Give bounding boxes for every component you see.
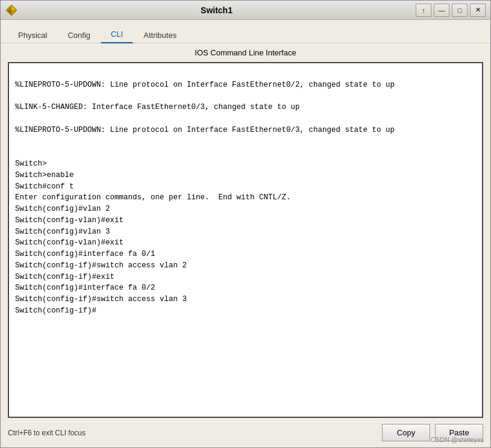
tab-attributes[interactable]: Attributes [133, 26, 187, 43]
tab-config[interactable]: Config [57, 26, 101, 43]
maximize-icon: □ [458, 7, 462, 14]
minimize-icon: — [439, 7, 445, 14]
up-arrow-icon: ↑ [422, 7, 425, 14]
minimize-button[interactable]: — [434, 4, 449, 17]
window-title: Switch1 [201, 5, 233, 15]
tab-physical[interactable]: Physical [8, 26, 57, 43]
title-center: Switch1 [17, 5, 416, 15]
section-title: IOS Command Line Interface [1, 43, 490, 62]
title-bar-controls: ↑ — □ ✕ [416, 4, 486, 17]
cli-hint: Ctrl+F6 to exit CLI focus [8, 429, 86, 437]
close-button[interactable]: ✕ [470, 4, 486, 17]
footer: Ctrl+F6 to exit CLI focus Copy Paste [1, 418, 490, 447]
cli-output[interactable]: %LINEPROTO-5-UPDOWN: Line protocol on In… [9, 63, 482, 417]
app-icon [5, 4, 17, 16]
copy-button[interactable]: Copy [382, 424, 430, 441]
cli-container: %LINEPROTO-5-UPDOWN: Line protocol on In… [8, 62, 483, 418]
title-bar: Switch1 ↑ — □ ✕ [1, 1, 490, 20]
watermark: CSDN @shirleyxs [431, 436, 484, 443]
title-bar-left [5, 4, 17, 16]
tabs-bar: Physical Config CLI Attributes [1, 20, 490, 43]
tab-cli[interactable]: CLI [101, 25, 133, 43]
maximize-button[interactable]: □ [452, 4, 468, 17]
main-window: Switch1 ↑ — □ ✕ Physical Config CLI [0, 0, 491, 448]
scroll-up-button[interactable]: ↑ [416, 4, 431, 17]
close-icon: ✕ [475, 6, 481, 14]
